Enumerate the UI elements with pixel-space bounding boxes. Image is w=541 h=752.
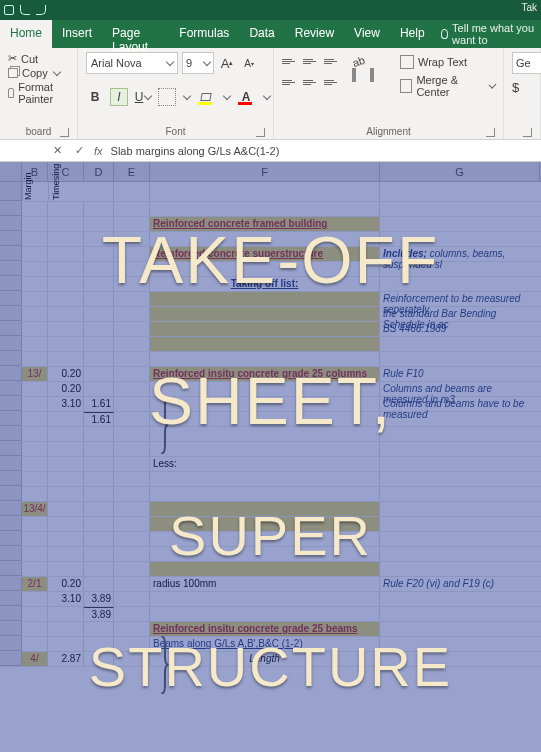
col-D[interactable]: D [84,162,114,181]
tab-view[interactable]: View [344,20,390,48]
clipboard-group-label: board [8,124,69,139]
align-bottom-right[interactable] [324,73,342,91]
columns-heading: Reinforced insitu concrete grade 25 colu… [153,368,367,379]
title-bar: Tak [0,0,541,20]
tell-me-search[interactable]: Tell me what you want to [435,20,541,48]
alignment-grid [282,52,342,91]
merge-center-button[interactable]: Merge & Center [400,76,495,96]
decrease-indent-button[interactable] [352,68,366,82]
align-bottom-center[interactable] [303,73,321,91]
tab-home[interactable]: Home [0,20,52,48]
increase-indent-button[interactable] [370,68,384,82]
grid-rows[interactable]: Margin Timesing Reinforced concrete fram… [0,182,541,752]
select-all-corner[interactable] [0,162,22,181]
font-size-combo[interactable]: 9 [182,52,214,74]
col-F[interactable]: F [150,162,380,181]
margin-col-label: Margin [22,182,48,201]
merge-icon [400,79,412,93]
font-name-combo[interactable]: Arial Nova [86,52,178,74]
grow-font-button[interactable]: A▴ [218,54,236,72]
worksheet[interactable]: B C D E F G Margin Timesing Reinforced c… [0,162,541,752]
format-painter-button[interactable]: Format Painter [8,81,69,105]
undo-icon[interactable] [20,5,30,15]
bucket-icon [200,93,211,101]
tab-review[interactable]: Review [285,20,344,48]
cancel-formula-icon[interactable]: ✕ [48,142,66,160]
redo-icon[interactable] [36,5,46,15]
save-icon[interactable] [4,5,14,15]
lightbulb-icon [441,29,449,39]
borders-button[interactable] [158,88,176,106]
document-title-hint: Tak [521,2,537,18]
list-item [150,307,380,321]
ribbon-tabs: Home Insert Page Layout Formulas Data Re… [0,20,541,48]
ribbon: ✂Cut Copy Format Painter board Arial Nov… [0,48,541,140]
formula-input[interactable]: Slab margins along G/Ls A&C(1-2) [107,145,541,157]
wrap-text-icon [400,55,414,69]
curly-brace-icon: } [159,622,171,702]
align-top-center[interactable] [303,52,321,70]
beams-heading: Reinforced insitu concrete grade 25 beam… [153,623,358,634]
enter-formula-icon[interactable]: ✓ [70,142,88,160]
font-group-label: Font [86,124,265,139]
scissors-icon: ✂ [8,52,17,65]
formula-bar: ✕ ✓ fx Slab margins along G/Ls A&C(1-2) [0,140,541,162]
shrink-font-button[interactable]: A▾ [240,54,258,72]
italic-button[interactable]: I [110,88,128,106]
bold-button[interactable]: B [86,88,104,106]
align-top-right[interactable] [324,52,342,70]
orientation-button[interactable]: ab [351,47,385,69]
tab-data[interactable]: Data [239,20,284,48]
cut-button[interactable]: ✂Cut [8,52,69,65]
heading-superstructure: Reinforced concrete superstructure [153,248,323,259]
align-top-left[interactable] [282,52,300,70]
copy-button[interactable]: Copy [8,67,69,79]
timesing-col-label: Timesing [48,182,84,201]
copy-icon [8,68,18,78]
number-format-combo[interactable]: Ge [512,52,541,74]
col-E[interactable]: E [114,162,150,181]
wrap-text-button[interactable]: Wrap Text [400,52,495,72]
list-item [150,337,380,351]
fx-icon[interactable]: fx [94,145,103,157]
underline-button[interactable]: U [134,88,152,106]
column-headers: B C D E F G [0,162,541,182]
paintbrush-icon [8,88,14,98]
accounting-format-button[interactable]: $ [512,80,519,95]
tab-page-layout[interactable]: Page Layout [102,20,169,48]
tell-me-label: Tell me what you want to [452,22,535,46]
fill-color-button[interactable] [196,88,216,106]
tab-formulas[interactable]: Formulas [169,20,239,48]
list-item [150,292,380,306]
curly-brace-icon: } [159,382,171,462]
col-G[interactable]: G [380,162,540,181]
taking-off-list-heading: Taking off list: [231,278,299,289]
align-bottom-left[interactable] [282,73,300,91]
tab-insert[interactable]: Insert [52,20,102,48]
heading-building: Reinforced concrete framed building [153,218,327,229]
list-item [150,322,380,336]
tab-help[interactable]: Help [390,20,435,48]
font-color-button[interactable]: A [236,88,256,106]
number-group-label [512,135,532,139]
alignment-group-label: Alignment [282,124,495,139]
